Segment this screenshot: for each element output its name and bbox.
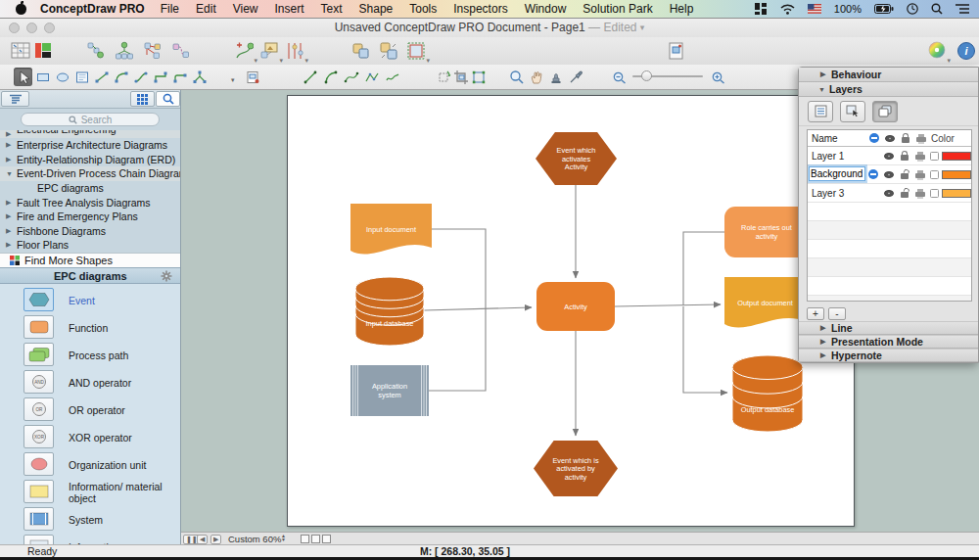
find-more-shapes-button[interactable]: Find More Shapes — [0, 253, 180, 267]
add-layer-button[interactable]: + — [807, 307, 824, 320]
hypernote-section-header[interactable]: ▶Hypernote — [799, 349, 978, 362]
menu-item-help[interactable]: Help — [670, 2, 694, 16]
connector-direct-tool-button[interactable] — [92, 68, 111, 86]
page-tab-2[interactable] — [311, 535, 320, 543]
event-shape-icon[interactable] — [23, 288, 54, 311]
sidebar-item-floor-plans[interactable]: ▶Floor Plans — [0, 238, 180, 253]
print-column-icon[interactable] — [916, 137, 926, 142]
menu-item-window[interactable]: Window — [525, 2, 567, 16]
sidebar-item-fault-tree-analysis-diagrams[interactable]: ▶Fault Tree Analysis Diagrams — [0, 195, 180, 210]
shape-item-system[interactable]: System — [0, 506, 180, 534]
connect-free-button[interactable] — [168, 39, 194, 63]
node-output-document[interactable]: Output document — [724, 277, 806, 328]
search-input[interactable]: Search — [21, 113, 160, 126]
library-settings-gear-icon[interactable] — [161, 270, 172, 282]
menu-item-view[interactable]: View — [233, 2, 258, 16]
menu-item-text[interactable]: Text — [321, 2, 343, 16]
layer-color-checkbox[interactable] — [930, 189, 939, 198]
presentation-mode-section-header[interactable]: ▶Presentation Mode — [799, 335, 978, 349]
visible-eye-icon[interactable] — [884, 153, 894, 160]
select-tool-button[interactable] — [14, 68, 32, 86]
chevron-right-icon[interactable]: ▶ — [6, 227, 11, 235]
sidebar-item-event-driven-process-chain-diagrams[interactable]: ▼Event-Driven Process Chain Diagrams — [0, 166, 180, 181]
clock-icon[interactable] — [907, 3, 918, 15]
title-dropdown-icon[interactable]: ▾ — [640, 23, 645, 32]
shape-item-function[interactable]: Function — [0, 314, 180, 342]
notification-center-icon[interactable] — [956, 4, 969, 14]
connect-mesh-button[interactable] — [140, 39, 165, 63]
node-application-system[interactable]: Applicationsystem — [350, 365, 429, 416]
zoom-stepper[interactable]: ▲▼ — [281, 534, 286, 544]
chevron-right-icon[interactable]: ▶ — [6, 141, 11, 149]
unlocked-icon[interactable] — [901, 173, 909, 179]
page-tab-1[interactable] — [301, 535, 309, 543]
remove-layer-button[interactable]: - — [828, 307, 846, 320]
apple-menu-icon[interactable] — [16, 4, 26, 15]
text-tool-button[interactable] — [72, 68, 91, 86]
shape-item-information[interactable]: Information — [0, 534, 180, 544]
menu-item-shape[interactable]: Shape — [359, 2, 394, 16]
layers-section-header[interactable]: ▼ Layers — [799, 82, 978, 97]
menu-item-edit[interactable]: Edit — [196, 2, 216, 16]
chevron-right-icon[interactable]: ▶ — [6, 199, 11, 207]
unlocked-icon[interactable] — [901, 192, 909, 198]
print-layer-icon[interactable] — [915, 155, 925, 160]
node-output-database[interactable]: Output database — [732, 355, 803, 432]
visibility-column-icon[interactable] — [885, 135, 895, 142]
crop-tool-button[interactable] — [451, 68, 470, 86]
function-shape-icon[interactable] — [23, 315, 54, 339]
node-role[interactable]: Role carries outactivity — [724, 207, 809, 257]
zoom-out-icon[interactable] — [613, 71, 627, 84]
system-shape-icon[interactable] — [23, 507, 54, 531]
connect-chain-button[interactable] — [83, 39, 109, 63]
page-tab-3[interactable] — [322, 535, 331, 543]
color-wheel-button[interactable]: ▾ — [924, 39, 950, 63]
next-page-button[interactable]: ▶ — [210, 535, 221, 544]
wifi-icon[interactable] — [780, 4, 795, 15]
battery-icon[interactable] — [874, 4, 894, 14]
sidebar-item-epc-diagrams[interactable]: EPC diagrams — [0, 181, 180, 196]
group-button[interactable] — [349, 39, 374, 63]
connector-bezier-tool-button[interactable] — [131, 68, 150, 86]
print-layer-icon[interactable] — [915, 192, 925, 197]
line-tool-button[interactable] — [301, 68, 319, 86]
information-shape-icon[interactable] — [23, 535, 54, 544]
layer-properties-tab[interactable] — [808, 101, 833, 122]
app-switcher-icon[interactable] — [755, 3, 768, 15]
chevron-down-icon[interactable]: ▼ — [6, 170, 13, 177]
connector-3[interactable] — [424, 307, 532, 310]
polyline-tool-button[interactable] — [362, 68, 381, 86]
connector-arc-tool-button[interactable] — [112, 68, 130, 86]
menu-app-name[interactable]: ConceptDraw PRO — [40, 2, 145, 16]
layer-color-checkbox[interactable] — [930, 170, 939, 179]
input-language-flag-icon[interactable] — [808, 4, 821, 14]
shape-item-process-path[interactable]: Process path — [0, 342, 180, 369]
or-operator-shape-icon[interactable]: OR — [23, 397, 54, 421]
node-activity[interactable]: Activity — [536, 282, 615, 331]
theme-colors-button[interactable] — [30, 39, 56, 63]
bezier-tool-button[interactable] — [342, 68, 360, 86]
layer-name-input[interactable] — [809, 166, 865, 181]
ellipse-tool-button[interactable] — [53, 68, 71, 86]
sidebar-item-enterprise-architecture-diagrams[interactable]: ▶Enterprise Architecture Diagrams — [0, 138, 180, 153]
layer-color-swatch[interactable] — [942, 170, 971, 179]
connector-round-tool-button[interactable] — [170, 68, 189, 86]
chevron-right-icon[interactable]: ▶ — [6, 130, 11, 138]
rectangle-tool-button[interactable] — [33, 68, 52, 86]
rotate-tool-button[interactable] — [434, 68, 452, 86]
menu-item-solution-park[interactable]: Solution Park — [583, 2, 652, 16]
presentation-preview-button[interactable] — [664, 39, 689, 63]
ungroup-button[interactable] — [376, 39, 401, 63]
stamp-tool-button[interactable] — [546, 68, 565, 86]
spotlight-search-icon[interactable] — [931, 3, 943, 15]
layer-color-swatch[interactable] — [942, 189, 971, 198]
make-same-size-button[interactable]: ▾ — [403, 39, 429, 63]
shape-tool-button[interactable] — [243, 68, 261, 86]
print-layer-icon[interactable] — [915, 173, 925, 178]
process-path-shape-icon[interactable] — [23, 343, 54, 366]
menu-item-inspectors[interactable]: Inspectors — [453, 2, 507, 16]
library-search-button[interactable] — [156, 91, 180, 107]
sidebar-item-electrical-engineering[interactable]: ▶Electrical Engineering — [0, 130, 180, 138]
organization-unit-shape-icon[interactable] — [23, 452, 54, 476]
layer-row-background[interactable] — [808, 165, 971, 184]
